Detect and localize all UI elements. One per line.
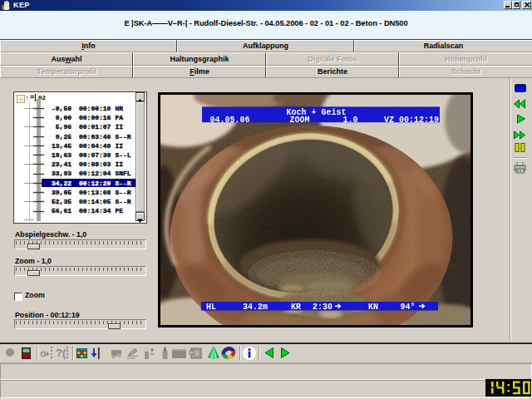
svg-text:HL: HL — [206, 303, 216, 312]
svg-text:KN: KN — [368, 303, 378, 312]
svg-text:34.2m: 34.2m — [243, 303, 268, 312]
svg-text:04.05.06: 04.05.06 — [210, 116, 250, 125]
svg-text:94°: 94° — [401, 303, 416, 312]
svg-text:1.0: 1.0 — [343, 116, 358, 125]
svg-text:2:30: 2:30 — [313, 303, 332, 312]
svg-text:KR: KR — [291, 303, 301, 312]
svg-text:ZOOM: ZOOM — [290, 116, 310, 125]
svg-text:VZ 00:12:19: VZ 00:12:19 — [384, 116, 439, 125]
